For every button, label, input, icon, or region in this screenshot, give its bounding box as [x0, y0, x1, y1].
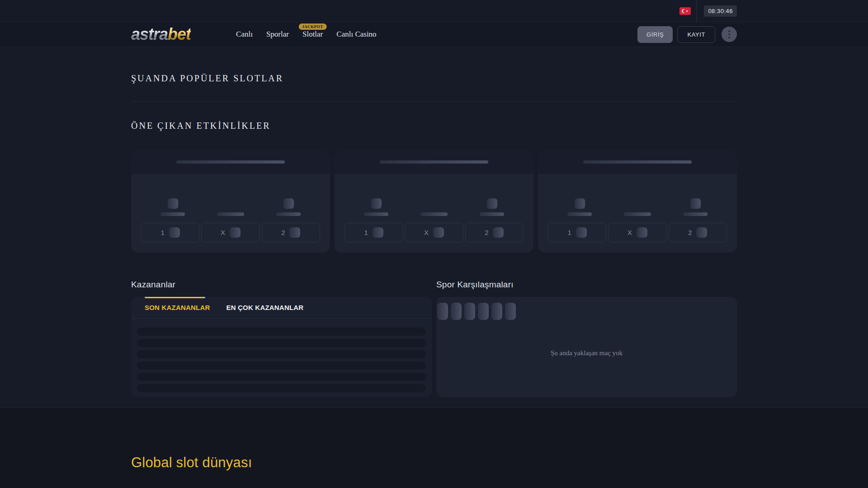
skeleton-team-icon — [487, 198, 497, 209]
odds-button-away[interactable]: 2 — [465, 223, 524, 242]
nav-item-live[interactable]: Canlı — [236, 30, 253, 39]
logo-text-silver: astra — [131, 26, 168, 42]
skeleton-team-name — [567, 212, 592, 216]
away-team-skeleton — [683, 198, 708, 216]
event-card-body: 1 X 2 — [335, 174, 533, 253]
section-divider — [131, 101, 737, 102]
event-card-header — [131, 150, 330, 174]
odds-button-home[interactable]: 1 — [344, 223, 403, 242]
skeleton-odd-value — [433, 227, 444, 238]
odds-label-home: 1 — [567, 229, 571, 236]
event-card-header — [538, 150, 737, 174]
tab-top-winners[interactable]: EN ÇOK KAZANANLAR — [226, 304, 303, 311]
astrabet-logo[interactable]: astra bet — [131, 26, 191, 42]
main-content: ŞUANDA POPÜLER SLOTLAR ÖNE ÇIKAN ETKİNLİ… — [0, 47, 868, 408]
bottom-section: Global slot dünyası — [0, 408, 868, 488]
featured-events-row: 1 X 2 — [131, 150, 737, 253]
skeleton-league-bar — [583, 160, 692, 164]
skeleton-sport-icon — [464, 303, 475, 320]
odds-label-home: 1 — [160, 229, 164, 236]
skeleton-team-icon — [283, 198, 294, 209]
tab-recent-winners[interactable]: SON KAZANANLAR — [145, 304, 210, 311]
jackpot-badge: JACKPOT — [298, 23, 327, 30]
dot-icon — [728, 30, 730, 32]
winners-skeleton-list — [131, 319, 432, 392]
skeleton-winner-row — [137, 339, 426, 347]
odds-label-away: 2 — [281, 229, 285, 236]
skeleton-sport-icon — [451, 303, 462, 320]
event-card-skeleton[interactable]: 1 X 2 — [131, 150, 330, 253]
skeleton-team-icon — [371, 198, 382, 209]
skeleton-league-bar — [380, 160, 488, 164]
sports-matches-panel: Şu anda yaklaşan maç yok — [436, 297, 737, 397]
event-card-body: 1 X 2 — [131, 174, 330, 253]
away-team-skeleton — [276, 198, 301, 216]
away-team-skeleton — [479, 198, 505, 216]
skeleton-odd-value — [696, 227, 707, 238]
odds-button-draw[interactable]: X — [201, 223, 259, 242]
odds-button-home[interactable]: 1 — [548, 223, 606, 242]
login-button[interactable]: GİRİŞ — [637, 26, 673, 43]
global-slots-title: Global slot dünyası — [131, 408, 737, 471]
topbar-divider — [696, 0, 697, 22]
skeleton-odd-value — [169, 227, 180, 238]
odds-button-away[interactable]: 2 — [262, 223, 320, 242]
featured-events-title: ÖNE ÇIKAN ETKİNLİKLER — [131, 121, 737, 131]
odds-button-home[interactable]: 1 — [141, 223, 199, 242]
sports-matches-title: Spor Karşılaşmaları — [436, 280, 737, 290]
sport-filter-skeletons — [436, 297, 737, 320]
logo-text-gold: bet — [168, 26, 191, 42]
odds-button-draw[interactable]: X — [405, 223, 463, 242]
winners-tab-bar: SON KAZANANLAR EN ÇOK KAZANANLAR — [131, 297, 432, 319]
skeleton-match-info — [217, 212, 244, 216]
skeleton-team-icon — [690, 198, 701, 209]
skeleton-sport-icon — [505, 303, 516, 320]
register-button[interactable]: KAYIT — [677, 26, 715, 43]
skeleton-team-name — [160, 212, 185, 216]
odds-button-away[interactable]: 2 — [669, 223, 727, 242]
turkey-flag-icon[interactable] — [679, 7, 691, 15]
nav-item-slots-label: Slotlar — [302, 30, 323, 38]
event-card-header — [335, 150, 533, 174]
event-card-skeleton[interactable]: 1 X 2 — [538, 150, 737, 253]
skeleton-sport-icon — [491, 303, 502, 320]
odds-row: 1 X 2 — [548, 223, 727, 242]
odds-button-draw[interactable]: X — [608, 223, 666, 242]
skeleton-winner-row — [137, 361, 426, 370]
odds-label-away: 2 — [485, 229, 488, 236]
kebab-menu-button[interactable] — [722, 27, 737, 42]
odds-label-draw: X — [424, 229, 429, 236]
skeleton-team-name — [480, 212, 504, 216]
skeleton-team-icon — [168, 198, 178, 209]
skeleton-team-name — [364, 212, 388, 216]
skeleton-match-info — [624, 212, 651, 216]
winners-panel: SON KAZANANLAR EN ÇOK KAZANANLAR — [131, 297, 432, 397]
skeleton-winner-row — [137, 350, 426, 358]
skeleton-odd-value — [493, 227, 504, 238]
skeleton-team-icon — [575, 198, 585, 209]
skeleton-league-bar — [176, 160, 285, 164]
nav-item-live-casino[interactable]: Canlı Casino — [336, 30, 376, 39]
dot-icon — [728, 37, 730, 38]
active-tab-indicator — [145, 297, 205, 298]
skeleton-match-info — [420, 212, 448, 216]
skeleton-odd-value — [576, 227, 587, 238]
odds-label-away: 2 — [688, 229, 692, 236]
main-nav: Canlı Sporlar Slotlar JACKPOT Canlı Casi… — [236, 30, 377, 39]
main-header: astra bet Canlı Sporlar Slotlar JACKPOT … — [0, 22, 868, 47]
event-card-body: 1 X 2 — [538, 174, 737, 253]
skeleton-odd-value — [230, 227, 241, 238]
no-upcoming-matches-text: Şu anda yaklaşan maç yok — [436, 349, 737, 357]
dot-icon — [728, 33, 730, 35]
odds-row: 1 X 2 — [344, 223, 524, 242]
nav-item-slots[interactable]: Slotlar JACKPOT — [302, 30, 323, 39]
event-card-skeleton[interactable]: 1 X 2 — [335, 150, 533, 253]
nav-item-sports[interactable]: Sporlar — [266, 30, 289, 39]
skeleton-winner-row — [137, 384, 426, 392]
clock-display: 08:30:46 — [704, 5, 737, 17]
winners-title: Kazananlar — [131, 280, 432, 290]
skeleton-odd-value — [637, 227, 647, 238]
odds-row: 1 X 2 — [141, 223, 320, 242]
odds-label-draw: X — [221, 229, 225, 236]
skeleton-team-name — [276, 212, 301, 216]
